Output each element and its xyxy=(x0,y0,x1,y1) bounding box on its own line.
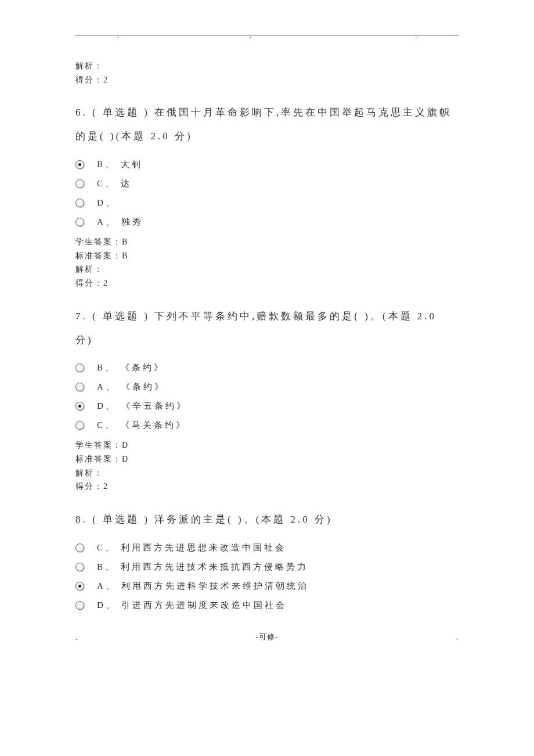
question-7-stem: 7. ( 单选题 ) 下列不平等条约中,赔款数额最多的是( )。(本题 2.0 … xyxy=(75,305,459,352)
option-label: C、 《马关条约》 xyxy=(97,420,187,431)
radio-icon[interactable] xyxy=(75,421,84,430)
option-label: B、 利用西方先进技术来抵抗西方侵略势力 xyxy=(97,561,308,573)
rule-dot: . xyxy=(117,31,119,40)
radio-icon[interactable] xyxy=(75,543,84,552)
analysis-label: 解析： xyxy=(75,263,459,276)
student-answer: 学生答案：D xyxy=(75,439,459,452)
question-8-options: C、 利用西方先进思想来改造中国社会 B、 利用西方先进技术来抵抗西方侵略势力 … xyxy=(75,542,459,611)
analysis-label: 解析： xyxy=(75,467,459,480)
radio-icon[interactable] xyxy=(75,563,84,571)
radio-icon[interactable] xyxy=(75,363,84,372)
option-label: A、 独秀 xyxy=(97,217,143,228)
student-answer: 学生答案：B xyxy=(75,236,459,249)
option-label: A、 利用西方先进科学技术来维护清朝统治 xyxy=(97,581,309,592)
option-label: D、 xyxy=(97,197,117,208)
option-row[interactable]: C、 《马关条约》 xyxy=(75,420,459,431)
rule-dot: . xyxy=(250,31,251,40)
radio-icon[interactable] xyxy=(75,218,84,226)
radio-icon[interactable] xyxy=(75,179,84,188)
radio-icon[interactable] xyxy=(75,383,84,391)
radio-icon[interactable] xyxy=(75,199,84,207)
analysis-label: 解析： xyxy=(75,60,459,73)
score-label: 得分：2 xyxy=(75,277,459,290)
question-6-answer-block: 学生答案：B 标准答案：B 解析： 得分：2 xyxy=(75,236,459,290)
option-label: C、 达 xyxy=(97,178,132,189)
option-label: D、 《辛丑条约》 xyxy=(97,401,187,412)
question-8-stem: 8. ( 单选题 ) 洋务派的主是( )。(本题 2.0 分) xyxy=(75,508,459,532)
radio-icon[interactable] xyxy=(75,160,84,169)
option-row[interactable]: A、 利用西方先进科学技术来维护清朝统治 xyxy=(75,581,459,592)
header-rule: . . . xyxy=(75,35,459,35)
option-label: B、 《条约》 xyxy=(97,362,165,373)
option-label: C、 利用西方先进思想来改造中国社会 xyxy=(97,542,286,553)
option-row[interactable]: D、 《辛丑条约》 xyxy=(75,401,459,412)
option-label: A、 《条约》 xyxy=(97,381,165,393)
question-6-options: B、 大钊 C、 达 D、 A、 独秀 xyxy=(75,159,459,228)
radio-icon[interactable] xyxy=(75,402,84,411)
score-label: 得分：2 xyxy=(75,74,459,87)
score-label: 得分：2 xyxy=(75,480,459,493)
option-row[interactable]: D、 xyxy=(75,197,459,208)
footer-text: -可修- xyxy=(256,632,279,641)
option-row[interactable]: B、 利用西方先进技术来抵抗西方侵略势力 xyxy=(75,561,459,573)
option-row[interactable]: A、 《条约》 xyxy=(75,381,459,393)
option-label: B、 大钊 xyxy=(97,159,143,170)
standard-answer: 标准答案：D xyxy=(75,453,459,466)
option-row[interactable]: C、 达 xyxy=(75,178,459,189)
radio-icon[interactable] xyxy=(75,601,84,610)
option-row[interactable]: C、 利用西方先进思想来改造中国社会 xyxy=(75,542,459,553)
radio-icon[interactable] xyxy=(75,582,84,591)
question-6-stem: 6. ( 单选题 ) 在俄国十月革命影响下,率先在中国举起马克思主义旗帜的是( … xyxy=(75,101,459,149)
option-row[interactable]: B、 《条约》 xyxy=(75,362,459,373)
rule-dot: . xyxy=(416,31,418,40)
question-7-answer-block: 学生答案：D 标准答案：D 解析： 得分：2 xyxy=(75,439,459,493)
option-row[interactable]: D、 引进西方先进制度来改造中国社会 xyxy=(75,600,459,611)
prev-question-tail: 解析： 得分：2 xyxy=(75,60,459,86)
page-footer: -可修- xyxy=(75,632,459,642)
option-row[interactable]: A、 独秀 xyxy=(75,217,459,228)
option-row[interactable]: B、 大钊 xyxy=(75,159,459,170)
exam-page: . . . 解析： 得分：2 6. ( 单选题 ) 在俄国十月革命影响下,率先在… xyxy=(0,0,534,665)
option-label: D、 引进西方先进制度来改造中国社会 xyxy=(97,600,287,611)
question-7-options: B、 《条约》 A、 《条约》 D、 《辛丑条约》 C、 《马关条约》 xyxy=(75,362,459,431)
standard-answer: 标准答案：B xyxy=(75,250,459,262)
